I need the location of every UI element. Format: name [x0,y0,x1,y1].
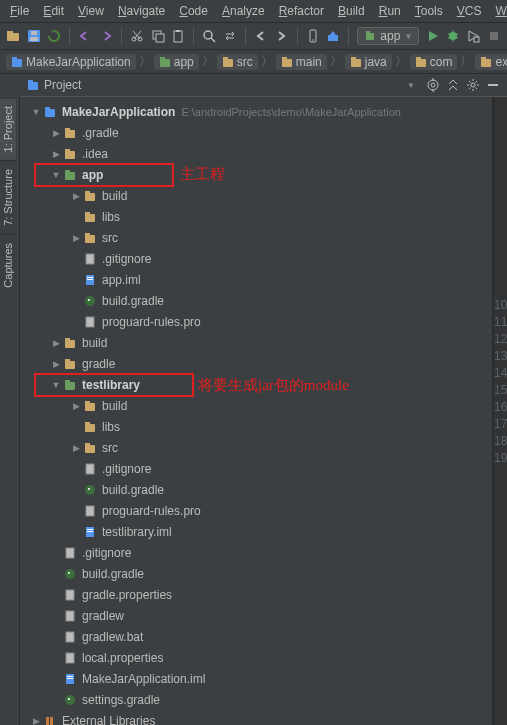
expand-arrow-icon[interactable] [70,191,82,201]
sidebar-tab-captures[interactable]: Captures [0,234,16,296]
attach-icon[interactable] [466,28,480,44]
sidebar-tab-structure[interactable]: 7: Structure [0,160,16,234]
tree-node[interactable]: .gradle [20,122,492,143]
find-icon[interactable] [202,28,216,44]
line-number: 14 [494,365,505,382]
menu-refactor[interactable]: Refactor [273,2,330,20]
tree-node[interactable]: .idea [20,143,492,164]
expand-arrow-icon[interactable] [50,149,62,159]
tree-node[interactable]: build.gradle [20,290,492,311]
svg-rect-24 [474,37,479,42]
menu-navigate[interactable]: Navigate [112,2,171,20]
menu-vcs[interactable]: VCS [451,2,488,20]
tree-node[interactable]: libs [20,416,492,437]
menu-wi[interactable]: Wi [489,2,507,20]
run-icon[interactable] [425,28,439,44]
file-icon [82,504,98,518]
svg-rect-28 [160,59,170,67]
breadcrumb-main[interactable]: main [276,54,327,70]
sync-icon[interactable] [47,28,61,44]
svg-rect-86 [87,529,93,530]
copy-icon[interactable] [150,28,164,44]
tree-node[interactable]: .gitignore [20,248,492,269]
paste-icon[interactable] [171,28,185,44]
avd-icon[interactable] [306,28,320,44]
tree-node[interactable]: build [20,185,492,206]
expand-arrow-icon[interactable] [70,443,82,453]
expand-arrow-icon[interactable] [50,380,62,390]
svg-rect-47 [488,84,498,86]
menu-tools[interactable]: Tools [409,2,449,20]
folder-icon [62,126,78,140]
menu-edit[interactable]: Edit [37,2,70,20]
save-icon[interactable] [26,28,40,44]
tree-node[interactable]: MakeJarApplicationE:\androidProjects\dem… [20,101,492,122]
menu-code[interactable]: Code [173,2,214,20]
hide-icon[interactable] [485,77,501,93]
tree-node[interactable]: .gitignore [20,542,492,563]
menu-analyze[interactable]: Analyze [216,2,271,20]
undo-icon[interactable] [78,28,92,44]
expand-arrow-icon[interactable] [50,128,62,138]
tree-node[interactable]: build.gradle [20,563,492,584]
expand-arrow-icon[interactable] [30,716,42,726]
tree-node[interactable]: testlibrary.iml [20,521,492,542]
tree-node[interactable]: proguard-rules.pro [20,311,492,332]
expand-arrow-icon[interactable] [50,359,62,369]
menu-file[interactable]: File [4,2,35,20]
stop-icon[interactable] [487,28,501,44]
tree-node[interactable]: MakeJarApplication.iml [20,668,492,689]
tree-node[interactable]: proguard-rules.pro [20,500,492,521]
tree-node[interactable]: src [20,437,492,458]
collapse-icon[interactable] [445,77,461,93]
tree-node[interactable]: External Libraries [20,710,492,725]
cut-icon[interactable] [130,28,144,44]
tree-node[interactable]: app [20,164,492,185]
scroll-target-icon[interactable] [425,77,441,93]
project-tree[interactable]: 主工程 将要生成jar包的module MakeJarApplicationE:… [20,97,493,725]
menu-run[interactable]: Run [373,2,407,20]
run-config-select[interactable]: app ▼ [357,27,419,45]
svg-rect-71 [65,361,75,369]
expand-arrow-icon[interactable] [70,233,82,243]
tree-node[interactable]: local.properties [20,647,492,668]
tree-node[interactable]: libs [20,206,492,227]
svg-rect-0 [7,33,19,41]
open-icon[interactable] [6,28,20,44]
redo-icon[interactable] [99,28,113,44]
module-icon [62,378,78,392]
tree-node[interactable]: .gitignore [20,458,492,479]
tree-node[interactable]: settings.gradle [20,689,492,710]
svg-rect-25 [490,32,498,40]
tree-node[interactable]: gradle.properties [20,584,492,605]
gear-icon[interactable] [465,77,481,93]
breadcrumb-java[interactable]: java [345,54,392,70]
breadcrumb-example[interactable]: example [475,54,507,70]
tree-node[interactable]: app.iml [20,269,492,290]
tree-node[interactable]: build [20,395,492,416]
menu-build[interactable]: Build [332,2,371,20]
replace-icon[interactable] [223,28,237,44]
sdk-icon[interactable] [326,28,340,44]
breadcrumb-app[interactable]: app [154,54,199,70]
expand-arrow-icon[interactable] [30,107,42,117]
expand-arrow-icon[interactable] [50,338,62,348]
breadcrumb-src[interactable]: src [217,54,258,70]
tree-node[interactable]: gradlew [20,605,492,626]
tree-node[interactable]: build [20,332,492,353]
tree-node[interactable]: gradle [20,353,492,374]
back-icon[interactable] [254,28,268,44]
sidebar-tab-project[interactable]: 1: Project [0,97,16,160]
line-number: 16 [494,399,505,416]
debug-icon[interactable] [446,28,460,44]
tree-node[interactable]: gradlew.bat [20,626,492,647]
tree-node[interactable]: src [20,227,492,248]
tree-node[interactable]: build.gradle [20,479,492,500]
breadcrumb-makejarapplication[interactable]: MakeJarApplication [6,54,136,70]
menu-view[interactable]: View [72,2,110,20]
forward-icon[interactable] [274,28,288,44]
expand-arrow-icon[interactable] [70,401,82,411]
breadcrumb-com[interactable]: com [410,54,458,70]
tree-node[interactable]: testlibrary [20,374,492,395]
expand-arrow-icon[interactable] [50,170,62,180]
